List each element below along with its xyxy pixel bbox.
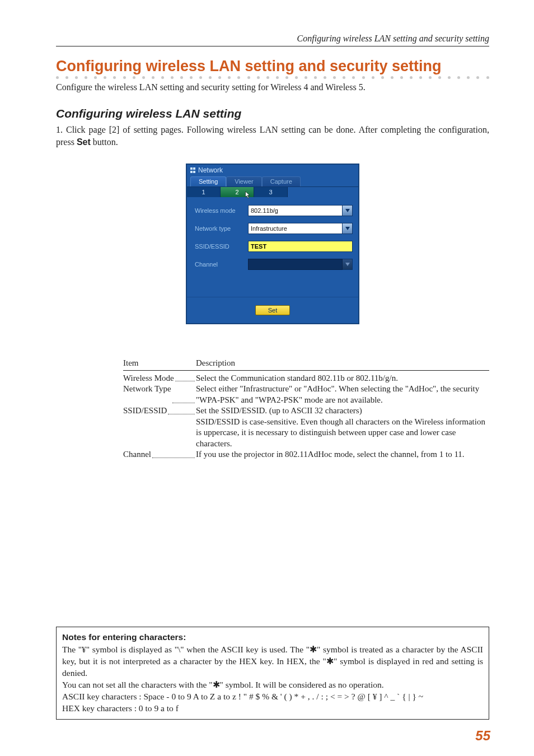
tab-capture[interactable]: Capture (262, 176, 301, 186)
step-1-prefix: 1. Click page [2] of setting pages. Foll… (56, 125, 489, 147)
cursor-icon (245, 191, 251, 199)
running-head: Configuring wireless LAN setting and sec… (56, 34, 489, 46)
label-network-type: Network type (195, 225, 248, 232)
row-ssid: SSID/ESSID TEST (195, 241, 353, 252)
label-channel: Channel (195, 261, 248, 268)
window-title: Network (198, 166, 223, 174)
select-wireless-mode[interactable]: 802.11b/g (248, 205, 343, 216)
tab-bar: Setting Viewer Capture (187, 174, 358, 187)
button-row: Set (187, 297, 358, 323)
item-wireless-mode: Wireless Mode (123, 373, 174, 384)
tab-viewer[interactable]: Viewer (226, 176, 261, 186)
settings-form: Wireless mode 802.11b/g Network type Inf… (187, 197, 358, 280)
page-tab-2-label: 2 (235, 189, 238, 195)
header-description: Description (196, 358, 235, 369)
label-ssid: SSID/ESSID (195, 243, 248, 250)
intro-text: Configure the wireless LAN setting and s… (56, 82, 489, 92)
notes-title: Notes for entering characters: (62, 632, 483, 643)
window-titlebar: Network (187, 165, 358, 174)
notes-p1: The "¥" symbol is displayed as "\" when … (62, 644, 483, 679)
desc-ssid-cont: SSID/ESSID is case-sensitive. Even thoug… (196, 417, 489, 450)
row-wireless-mode: Wireless mode 802.11b/g (195, 205, 353, 216)
select-network-type[interactable]: Infrastructure (248, 223, 343, 234)
item-channel: Channel (123, 449, 151, 460)
desc-channel: If you use the projector in 802.11AdHoc … (196, 449, 489, 460)
desc-wireless-mode: Select the Communication standard 802.11… (196, 373, 489, 384)
row-channel: Channel (195, 259, 353, 270)
row-network-type: Network type Infrastructure (195, 223, 353, 234)
select-channel[interactable] (248, 259, 343, 270)
step-1-bold: Set (77, 137, 91, 147)
page-tab-2[interactable]: 2 (221, 187, 254, 197)
page-tabs: 1 2 3 (187, 187, 358, 197)
chevron-down-icon[interactable] (343, 205, 353, 216)
label-wireless-mode: Wireless mode (195, 207, 248, 214)
input-ssid[interactable]: TEST (248, 241, 353, 252)
page-tab-1[interactable]: 1 (187, 187, 221, 197)
desc-network-type: Select either "Infrastructure" or "AdHoc… (196, 384, 489, 405)
desc-ssid: Set the SSID/ESSID. (up to ASCII 32 char… (196, 405, 489, 417)
set-button[interactable]: Set (255, 305, 291, 315)
notes-p3: ASCII key characters : Space - 0 to 9 A … (62, 691, 483, 703)
notes-p2: You can not set all the characters with … (62, 679, 483, 691)
description-table: Item Description Wireless Mode Select th… (123, 358, 489, 460)
subsection-title: Configuring wireless LAN setting (56, 107, 489, 120)
page-number: 55 (475, 728, 490, 744)
chevron-down-icon[interactable] (343, 223, 353, 234)
item-network-type: Network Type (123, 384, 171, 405)
notes-p4: HEX key characters : 0 to 9 a to f (62, 703, 483, 715)
window-icon (190, 167, 196, 173)
page-tab-3[interactable]: 3 (254, 187, 288, 197)
network-settings-window: Network Setting Viewer Capture 1 2 3 Wir… (186, 164, 359, 324)
section-title: Configuring wireless LAN setting and sec… (56, 58, 489, 75)
step-1-suffix: button. (91, 137, 118, 147)
notes-box: Notes for entering characters: The "¥" s… (56, 627, 489, 720)
divider-dots (56, 76, 489, 79)
chevron-down-icon[interactable] (343, 259, 353, 270)
header-item: Item (123, 358, 196, 369)
item-ssid: SSID/ESSID (123, 405, 167, 417)
step-1: 1. Click page [2] of setting pages. Foll… (56, 124, 489, 148)
tab-setting[interactable]: Setting (190, 176, 226, 186)
